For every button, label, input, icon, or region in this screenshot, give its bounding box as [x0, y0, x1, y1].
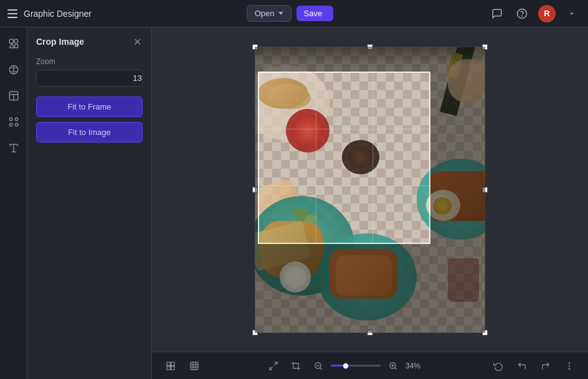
open-chevron-icon [278, 12, 283, 15]
image-frame: M [255, 47, 485, 333]
topbar-center: Open Save [247, 5, 333, 22]
topbar-more-icon[interactable] [563, 5, 581, 22]
fit-screen-icon[interactable] [265, 357, 282, 375]
zoom-section: Zoom % ▲ ▼ [36, 57, 143, 87]
svg-line-36 [395, 367, 397, 369]
svg-rect-23 [167, 366, 170, 369]
undo-icon[interactable] [513, 357, 531, 375]
svg-rect-25 [191, 362, 198, 370]
panel-title: Crop Image [36, 37, 84, 47]
bottom-left [162, 357, 203, 375]
sidebar-item-adjust[interactable] [2, 58, 25, 81]
zoom-percentage: 34% [405, 362, 428, 370]
svg-rect-21 [167, 362, 170, 365]
crop-panel: Crop Image ✕ Zoom % ▲ ▼ Fit to Frame Fit… [27, 27, 152, 379]
help-icon[interactable] [513, 5, 531, 22]
refresh-icon[interactable] [490, 357, 507, 375]
svg-rect-22 [171, 362, 174, 365]
zoom-bar: 34% [310, 357, 428, 375]
crop-overlay-bottom [255, 244, 485, 333]
svg-point-40 [569, 365, 569, 366]
zoom-input[interactable] [37, 70, 143, 86]
zoom-label: Zoom [36, 57, 143, 66]
zoom-out-icon[interactable] [310, 357, 327, 375]
save-button[interactable]: Save [296, 6, 334, 21]
canvas-viewport[interactable]: M [152, 27, 588, 352]
sidebar-item-layout[interactable] [2, 85, 25, 107]
svg-line-30 [274, 362, 277, 365]
redo-icon[interactable] [537, 357, 554, 375]
svg-rect-4 [14, 45, 17, 48]
svg-point-11 [15, 118, 18, 121]
zoom-slider-dot [343, 363, 349, 369]
bottom-right [490, 357, 578, 375]
bottom-center: 34% [265, 357, 428, 375]
avatar[interactable]: R [538, 5, 556, 22]
sidebar [0, 27, 27, 379]
topbar: Graphic Designer Open Save R [0, 0, 588, 27]
svg-point-13 [15, 123, 18, 126]
svg-point-39 [569, 362, 569, 363]
bottom-more-icon[interactable] [561, 357, 578, 375]
main-area: Crop Image ✕ Zoom % ▲ ▼ Fit to Frame Fit… [0, 27, 588, 379]
crop-box[interactable] [258, 72, 430, 244]
sidebar-item-shapes[interactable] [2, 32, 25, 55]
open-button[interactable]: Open [247, 5, 292, 22]
chat-icon[interactable] [488, 5, 506, 22]
svg-point-10 [9, 118, 12, 121]
topbar-right: R [488, 5, 581, 22]
hamburger-icon[interactable] [7, 9, 17, 18]
fit-to-frame-button[interactable]: Fit to Frame [36, 96, 143, 117]
fit-to-image-button[interactable]: Fit to Image [36, 122, 143, 143]
panel-header: Crop Image ✕ [36, 36, 143, 47]
svg-point-3 [14, 39, 17, 43]
zoom-in-icon[interactable] [384, 357, 402, 375]
sidebar-item-elements[interactable] [2, 111, 25, 133]
zoom-input-wrapper: % ▲ ▼ [36, 70, 143, 87]
svg-rect-24 [171, 366, 174, 369]
app-title: Graphic Designer [24, 9, 92, 19]
svg-line-33 [320, 367, 322, 369]
bottom-bar: 34% [152, 352, 588, 379]
crop-overlay-top [255, 47, 485, 72]
svg-rect-2 [9, 39, 13, 43]
close-icon[interactable]: ✕ [131, 36, 143, 47]
grid-view-icon[interactable] [186, 357, 203, 375]
topbar-left: Graphic Designer [7, 9, 92, 19]
canvas-area: M [152, 27, 588, 379]
page-view-icon[interactable] [162, 357, 179, 375]
svg-line-31 [270, 367, 273, 370]
zoom-slider[interactable] [331, 365, 381, 367]
svg-point-12 [9, 123, 12, 126]
crop-icon[interactable] [287, 357, 305, 375]
svg-point-41 [569, 368, 569, 369]
crop-overlay-right [430, 72, 485, 244]
sidebar-item-text[interactable] [2, 137, 25, 159]
